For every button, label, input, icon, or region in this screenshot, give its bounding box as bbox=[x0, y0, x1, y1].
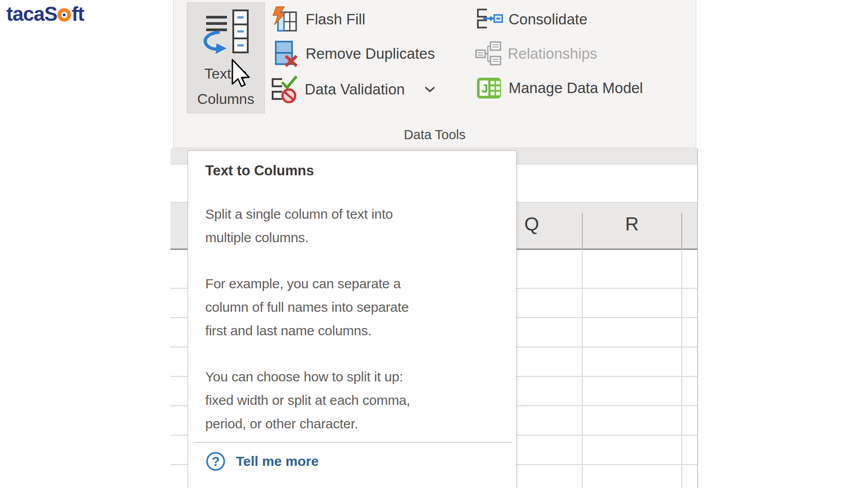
ribbon-group-label: Data Tools bbox=[174, 127, 696, 142]
svg-text:J: J bbox=[481, 82, 488, 95]
text-to-columns-label-line1: Text to bbox=[187, 61, 264, 86]
manage-data-model-icon: J bbox=[476, 75, 503, 101]
tell-me-more-label: Tell me more bbox=[236, 454, 319, 469]
text-to-columns-label-line2: Columns bbox=[187, 86, 264, 112]
tell-me-more-link[interactable]: ? Tell me more bbox=[205, 451, 501, 472]
data-validation-button[interactable]: Data Validation bbox=[269, 75, 436, 104]
column-header-r[interactable]: R bbox=[582, 213, 682, 235]
consolidate-icon bbox=[476, 8, 503, 31]
data-validation-dropdown-chevron-icon[interactable] bbox=[424, 85, 436, 94]
tooltip-title: Text to Columns bbox=[205, 162, 501, 180]
sheet-right-edge bbox=[697, 148, 698, 488]
text-to-columns-tooltip: Text to Columns Split a single column of… bbox=[188, 150, 517, 488]
mouse-cursor bbox=[231, 59, 252, 89]
logo-text-prefix: tacaS bbox=[6, 3, 57, 25]
flash-fill-button[interactable]: Flash Fill bbox=[272, 6, 365, 33]
relationships-label: Relationships bbox=[508, 45, 597, 62]
logo-text-suffix: ft bbox=[71, 3, 84, 25]
manage-data-model-button[interactable]: J Manage Data Model bbox=[476, 75, 643, 101]
text-to-columns-label: Text to Columns bbox=[187, 61, 264, 112]
flash-fill-label: Flash Fill bbox=[306, 11, 365, 28]
help-question-icon: ? bbox=[205, 451, 226, 472]
logo-o-dot bbox=[63, 14, 66, 16]
column-header-separator bbox=[681, 213, 682, 250]
consolidate-button[interactable]: Consolidate bbox=[476, 7, 587, 32]
text-to-columns-button[interactable]: Text to Columns bbox=[187, 2, 265, 113]
data-validation-label: Data Validation bbox=[305, 81, 405, 98]
column-header-separator bbox=[582, 213, 583, 250]
column-gridline bbox=[681, 250, 682, 488]
remove-duplicates-button[interactable]: Remove Duplicates bbox=[272, 40, 435, 68]
logo-o-icon bbox=[57, 8, 71, 22]
data-validation-icon bbox=[269, 75, 297, 103]
relationships-button: Relationships bbox=[474, 41, 597, 67]
relationships-icon bbox=[474, 41, 502, 66]
tooltip-paragraph: For example, you can separate a column o… bbox=[205, 272, 501, 343]
column-gridline bbox=[582, 250, 583, 488]
flash-fill-icon bbox=[272, 6, 298, 33]
manage-data-model-label: Manage Data Model bbox=[509, 80, 643, 97]
tooltip-divider bbox=[193, 442, 512, 443]
tooltip-paragraph: Split a single column of text into multi… bbox=[205, 202, 501, 249]
tooltip-paragraph: You can choose how to split it up: fixed… bbox=[205, 365, 501, 436]
tacasoft-logo: tacaSft bbox=[6, 3, 84, 25]
remove-duplicates-icon bbox=[272, 40, 298, 68]
consolidate-label: Consolidate bbox=[509, 11, 587, 28]
text-to-columns-icon bbox=[200, 9, 252, 57]
svg-text:?: ? bbox=[212, 454, 220, 469]
remove-duplicates-label: Remove Duplicates bbox=[306, 45, 435, 62]
